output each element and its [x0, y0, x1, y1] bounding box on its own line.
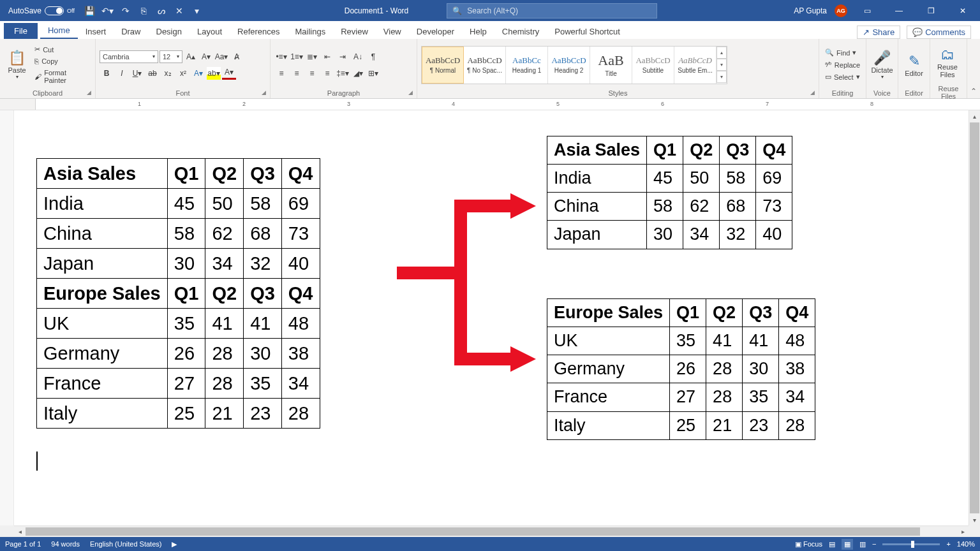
table-cell[interactable]: Q3 — [244, 279, 282, 309]
style-heading2[interactable]: AaBbCcDHeading 2 — [548, 47, 590, 84]
grow-font-icon[interactable]: A▴ — [184, 50, 198, 63]
change-case-icon[interactable]: Aa▾ — [214, 50, 228, 63]
strike-icon[interactable]: ab — [145, 67, 160, 80]
table-cell[interactable]: 69 — [756, 165, 792, 193]
table-cell[interactable]: 34 — [281, 369, 320, 399]
copy-button[interactable]: ⎘Copy — [33, 57, 91, 66]
table-cell[interactable]: Europe Sales — [37, 279, 168, 309]
style-subtle-em[interactable]: AaBbCcDSubtle Em... — [674, 47, 716, 84]
asia-sales-table[interactable]: Asia SalesQ1Q2Q3Q4India45505869China5862… — [547, 136, 792, 249]
decrease-indent-icon[interactable]: ⇤ — [320, 50, 334, 63]
cut-button[interactable]: ✂Cut — [33, 45, 91, 54]
gallery-scroll[interactable]: ▴▾▾ — [716, 47, 727, 84]
read-mode-icon[interactable]: ▤ — [829, 540, 835, 548]
highlight-icon[interactable]: ab▾ — [207, 67, 221, 80]
vertical-scrollbar[interactable]: ▴ ▾ — [969, 110, 980, 525]
close-icon[interactable]: ✕ — [951, 0, 975, 21]
zoom-slider[interactable] — [882, 543, 940, 545]
table-cell[interactable]: 28 — [779, 411, 815, 439]
table-cell[interactable]: Japan — [37, 249, 168, 279]
format-painter-button[interactable]: 🖌Format Painter — [33, 68, 91, 85]
reuse-files-button[interactable]: 🗂Reuse Files — [934, 41, 961, 84]
share-qat-icon[interactable]: ᔕ — [156, 5, 167, 17]
tab-developer[interactable]: Developer — [409, 24, 462, 39]
table-cell[interactable]: 73 — [281, 219, 320, 249]
sort-icon[interactable]: A↓ — [351, 50, 365, 63]
table-cell[interactable]: Japan — [547, 221, 647, 249]
style-no-spacing[interactable]: AaBbCcD¶ No Spac... — [464, 47, 506, 84]
table-cell[interactable]: 28 — [706, 383, 743, 411]
table-cell[interactable]: 28 — [205, 369, 244, 399]
table-cell[interactable]: 30 — [743, 355, 779, 383]
comments-button[interactable]: 💬Comments — [907, 26, 971, 39]
table-cell[interactable]: 21 — [706, 411, 743, 439]
table-cell[interactable]: 58 — [647, 193, 683, 221]
table-cell[interactable]: 68 — [720, 193, 756, 221]
subscript-icon[interactable]: x₂ — [161, 67, 175, 80]
table-cell[interactable]: 38 — [779, 355, 815, 383]
table-cell[interactable]: China — [547, 193, 647, 221]
align-left-icon[interactable]: ≡ — [274, 67, 288, 80]
table-cell[interactable]: 27 — [670, 383, 706, 411]
customize-qat-icon[interactable]: ▾ — [191, 5, 203, 17]
table-cell[interactable]: 28 — [706, 355, 743, 383]
table-cell[interactable]: UK — [547, 327, 670, 355]
ribbon-display-icon[interactable]: ▭ — [855, 0, 879, 21]
launcher-icon[interactable]: ◢ — [810, 89, 815, 96]
tab-shortcut[interactable]: Powerful Shortcut — [547, 24, 628, 39]
underline-icon[interactable]: U▾ — [130, 67, 144, 80]
table-cell[interactable]: 26 — [670, 355, 706, 383]
bold-icon[interactable]: B — [100, 67, 114, 80]
launcher-icon[interactable]: ◢ — [87, 89, 91, 96]
table-cell[interactable]: 48 — [281, 309, 320, 339]
tab-view[interactable]: View — [376, 24, 409, 39]
table-cell[interactable]: Q2 — [706, 299, 743, 327]
table-cell[interactable]: Asia Sales — [547, 136, 647, 165]
scroll-left-icon[interactable]: ◂ — [14, 526, 26, 537]
collapse-ribbon-icon[interactable]: ⌃ — [967, 39, 980, 98]
table-cell[interactable]: Q4 — [779, 299, 815, 327]
vertical-ruler[interactable] — [0, 110, 14, 525]
table-cell[interactable]: 34 — [205, 249, 244, 279]
table-cell[interactable]: Germany — [37, 339, 168, 369]
table-cell[interactable]: 40 — [756, 221, 792, 249]
find-button[interactable]: 🔍Find▾ — [823, 48, 862, 57]
page-indicator[interactable]: Page 1 of 1 — [5, 540, 41, 548]
tab-help[interactable]: Help — [462, 24, 494, 39]
table-cell[interactable]: Q4 — [281, 279, 320, 309]
increase-indent-icon[interactable]: ⇥ — [336, 50, 350, 63]
align-right-icon[interactable]: ≡ — [305, 67, 319, 80]
table-cell[interactable]: 32 — [244, 249, 282, 279]
shrink-font-icon[interactable]: A▾ — [199, 50, 213, 63]
table-cell[interactable]: 30 — [244, 339, 282, 369]
table-cell[interactable]: 41 — [706, 327, 743, 355]
table-cell[interactable]: 28 — [281, 399, 320, 429]
tab-references[interactable]: References — [230, 24, 287, 39]
table-cell[interactable]: Q4 — [281, 159, 320, 189]
autosave-toggle[interactable]: AutoSave Off — [5, 5, 78, 17]
table-cell[interactable]: Asia Sales — [37, 159, 168, 189]
replace-button[interactable]: ᵃ⁄ᵇReplace — [823, 60, 862, 70]
touch-mode-icon[interactable]: ⎘ — [138, 5, 149, 17]
table-cell[interactable]: 21 — [205, 399, 244, 429]
launcher-icon[interactable]: ◢ — [262, 89, 266, 96]
table-cell[interactable]: China — [37, 219, 168, 249]
table-cell[interactable]: Q4 — [756, 136, 792, 165]
clear-format-icon[interactable]: A̷ — [230, 50, 244, 63]
table-cell[interactable]: 40 — [281, 249, 320, 279]
search-input[interactable]: 🔍 Search (Alt+Q) — [447, 3, 657, 18]
table-cell[interactable]: 35 — [743, 383, 779, 411]
zoom-out-icon[interactable]: − — [872, 540, 876, 548]
scroll-right-icon[interactable]: ▸ — [957, 526, 969, 537]
table-cell[interactable]: 34 — [779, 383, 815, 411]
italic-icon[interactable]: I — [115, 67, 129, 80]
table-cell[interactable]: 68 — [244, 219, 282, 249]
table-cell[interactable]: 50 — [683, 165, 720, 193]
shading-icon[interactable]: ◢▾ — [351, 67, 365, 80]
editor-button[interactable]: ✎Editor — [902, 44, 926, 86]
table-cell[interactable]: Q1 — [670, 299, 706, 327]
europe-sales-table[interactable]: Europe SalesQ1Q2Q3Q4UK35414148Germany262… — [547, 298, 815, 440]
redo-icon[interactable]: ↷ — [120, 5, 131, 17]
table-cell[interactable]: Q3 — [743, 299, 779, 327]
table-cell[interactable]: 41 — [244, 309, 282, 339]
